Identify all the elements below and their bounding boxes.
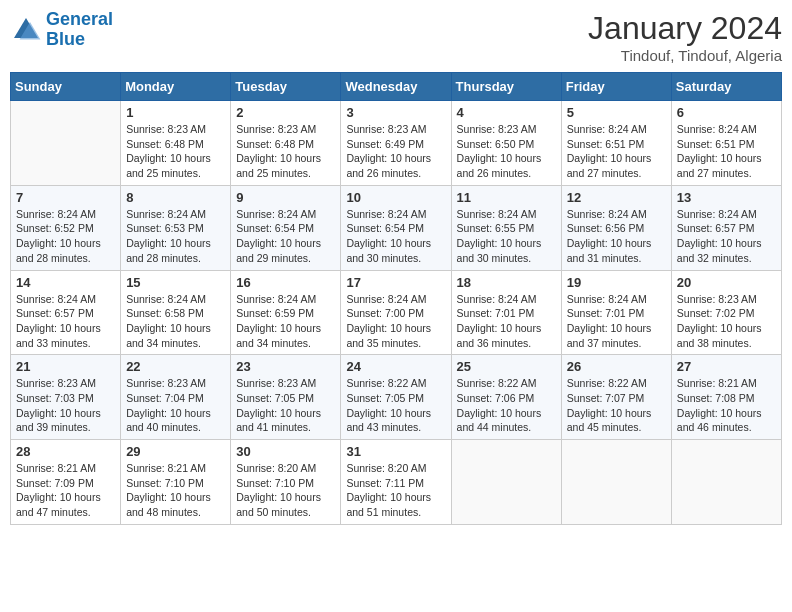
day-number: 2 bbox=[236, 105, 335, 120]
day-number: 12 bbox=[567, 190, 666, 205]
day-info: Sunrise: 8:24 AMSunset: 6:53 PMDaylight:… bbox=[126, 207, 225, 266]
day-info: Sunrise: 8:22 AMSunset: 7:06 PMDaylight:… bbox=[457, 376, 556, 435]
day-info: Sunrise: 8:24 AMSunset: 6:51 PMDaylight:… bbox=[567, 122, 666, 181]
calendar-cell: 2Sunrise: 8:23 AMSunset: 6:48 PMDaylight… bbox=[231, 101, 341, 186]
calendar-cell: 26Sunrise: 8:22 AMSunset: 7:07 PMDayligh… bbox=[561, 355, 671, 440]
day-info: Sunrise: 8:24 AMSunset: 6:59 PMDaylight:… bbox=[236, 292, 335, 351]
day-number: 24 bbox=[346, 359, 445, 374]
day-number: 6 bbox=[677, 105, 776, 120]
title-block: January 2024 Tindouf, Tindouf, Algeria bbox=[588, 10, 782, 64]
day-number: 29 bbox=[126, 444, 225, 459]
calendar-cell: 18Sunrise: 8:24 AMSunset: 7:01 PMDayligh… bbox=[451, 270, 561, 355]
calendar-cell: 6Sunrise: 8:24 AMSunset: 6:51 PMDaylight… bbox=[671, 101, 781, 186]
calendar-subtitle: Tindouf, Tindouf, Algeria bbox=[588, 47, 782, 64]
calendar-week-row: 14Sunrise: 8:24 AMSunset: 6:57 PMDayligh… bbox=[11, 270, 782, 355]
calendar-cell: 9Sunrise: 8:24 AMSunset: 6:54 PMDaylight… bbox=[231, 185, 341, 270]
calendar-cell bbox=[561, 440, 671, 525]
calendar-cell bbox=[671, 440, 781, 525]
calendar-cell: 16Sunrise: 8:24 AMSunset: 6:59 PMDayligh… bbox=[231, 270, 341, 355]
weekday-header-row: SundayMondayTuesdayWednesdayThursdayFrid… bbox=[11, 73, 782, 101]
logo-icon bbox=[10, 14, 42, 46]
day-info: Sunrise: 8:22 AMSunset: 7:05 PMDaylight:… bbox=[346, 376, 445, 435]
calendar-week-row: 28Sunrise: 8:21 AMSunset: 7:09 PMDayligh… bbox=[11, 440, 782, 525]
day-number: 18 bbox=[457, 275, 556, 290]
day-number: 1 bbox=[126, 105, 225, 120]
calendar-cell bbox=[11, 101, 121, 186]
day-number: 3 bbox=[346, 105, 445, 120]
calendar-cell: 11Sunrise: 8:24 AMSunset: 6:55 PMDayligh… bbox=[451, 185, 561, 270]
day-info: Sunrise: 8:23 AMSunset: 7:04 PMDaylight:… bbox=[126, 376, 225, 435]
calendar-cell: 31Sunrise: 8:20 AMSunset: 7:11 PMDayligh… bbox=[341, 440, 451, 525]
day-number: 14 bbox=[16, 275, 115, 290]
calendar-cell: 3Sunrise: 8:23 AMSunset: 6:49 PMDaylight… bbox=[341, 101, 451, 186]
day-info: Sunrise: 8:21 AMSunset: 7:08 PMDaylight:… bbox=[677, 376, 776, 435]
day-info: Sunrise: 8:24 AMSunset: 7:01 PMDaylight:… bbox=[457, 292, 556, 351]
day-number: 16 bbox=[236, 275, 335, 290]
calendar-cell: 17Sunrise: 8:24 AMSunset: 7:00 PMDayligh… bbox=[341, 270, 451, 355]
calendar-cell: 15Sunrise: 8:24 AMSunset: 6:58 PMDayligh… bbox=[121, 270, 231, 355]
day-info: Sunrise: 8:24 AMSunset: 6:55 PMDaylight:… bbox=[457, 207, 556, 266]
calendar-week-row: 1Sunrise: 8:23 AMSunset: 6:48 PMDaylight… bbox=[11, 101, 782, 186]
logo: General Blue bbox=[10, 10, 113, 50]
calendar-cell: 27Sunrise: 8:21 AMSunset: 7:08 PMDayligh… bbox=[671, 355, 781, 440]
day-number: 27 bbox=[677, 359, 776, 374]
calendar-cell: 21Sunrise: 8:23 AMSunset: 7:03 PMDayligh… bbox=[11, 355, 121, 440]
day-info: Sunrise: 8:21 AMSunset: 7:09 PMDaylight:… bbox=[16, 461, 115, 520]
calendar-cell: 25Sunrise: 8:22 AMSunset: 7:06 PMDayligh… bbox=[451, 355, 561, 440]
day-number: 28 bbox=[16, 444, 115, 459]
day-info: Sunrise: 8:24 AMSunset: 6:58 PMDaylight:… bbox=[126, 292, 225, 351]
day-info: Sunrise: 8:23 AMSunset: 6:49 PMDaylight:… bbox=[346, 122, 445, 181]
calendar-week-row: 21Sunrise: 8:23 AMSunset: 7:03 PMDayligh… bbox=[11, 355, 782, 440]
day-info: Sunrise: 8:20 AMSunset: 7:11 PMDaylight:… bbox=[346, 461, 445, 520]
day-number: 22 bbox=[126, 359, 225, 374]
day-number: 20 bbox=[677, 275, 776, 290]
day-info: Sunrise: 8:21 AMSunset: 7:10 PMDaylight:… bbox=[126, 461, 225, 520]
day-info: Sunrise: 8:23 AMSunset: 6:48 PMDaylight:… bbox=[126, 122, 225, 181]
weekday-header-friday: Friday bbox=[561, 73, 671, 101]
page-header: General Blue January 2024 Tindouf, Tindo… bbox=[10, 10, 782, 64]
calendar-cell bbox=[451, 440, 561, 525]
day-number: 8 bbox=[126, 190, 225, 205]
day-number: 26 bbox=[567, 359, 666, 374]
calendar-cell: 4Sunrise: 8:23 AMSunset: 6:50 PMDaylight… bbox=[451, 101, 561, 186]
calendar-cell: 23Sunrise: 8:23 AMSunset: 7:05 PMDayligh… bbox=[231, 355, 341, 440]
day-info: Sunrise: 8:23 AMSunset: 7:05 PMDaylight:… bbox=[236, 376, 335, 435]
calendar-cell: 5Sunrise: 8:24 AMSunset: 6:51 PMDaylight… bbox=[561, 101, 671, 186]
calendar-week-row: 7Sunrise: 8:24 AMSunset: 6:52 PMDaylight… bbox=[11, 185, 782, 270]
day-info: Sunrise: 8:23 AMSunset: 6:50 PMDaylight:… bbox=[457, 122, 556, 181]
calendar-cell: 24Sunrise: 8:22 AMSunset: 7:05 PMDayligh… bbox=[341, 355, 451, 440]
day-number: 23 bbox=[236, 359, 335, 374]
calendar-cell: 20Sunrise: 8:23 AMSunset: 7:02 PMDayligh… bbox=[671, 270, 781, 355]
day-number: 13 bbox=[677, 190, 776, 205]
calendar-cell: 14Sunrise: 8:24 AMSunset: 6:57 PMDayligh… bbox=[11, 270, 121, 355]
day-number: 15 bbox=[126, 275, 225, 290]
day-number: 4 bbox=[457, 105, 556, 120]
day-info: Sunrise: 8:23 AMSunset: 7:02 PMDaylight:… bbox=[677, 292, 776, 351]
day-number: 30 bbox=[236, 444, 335, 459]
day-number: 31 bbox=[346, 444, 445, 459]
day-info: Sunrise: 8:24 AMSunset: 6:57 PMDaylight:… bbox=[16, 292, 115, 351]
day-info: Sunrise: 8:24 AMSunset: 6:56 PMDaylight:… bbox=[567, 207, 666, 266]
day-info: Sunrise: 8:24 AMSunset: 6:54 PMDaylight:… bbox=[236, 207, 335, 266]
day-info: Sunrise: 8:23 AMSunset: 7:03 PMDaylight:… bbox=[16, 376, 115, 435]
weekday-header-saturday: Saturday bbox=[671, 73, 781, 101]
day-number: 21 bbox=[16, 359, 115, 374]
calendar-cell: 7Sunrise: 8:24 AMSunset: 6:52 PMDaylight… bbox=[11, 185, 121, 270]
day-info: Sunrise: 8:24 AMSunset: 7:01 PMDaylight:… bbox=[567, 292, 666, 351]
day-info: Sunrise: 8:24 AMSunset: 6:57 PMDaylight:… bbox=[677, 207, 776, 266]
calendar-title: January 2024 bbox=[588, 10, 782, 47]
calendar-cell: 28Sunrise: 8:21 AMSunset: 7:09 PMDayligh… bbox=[11, 440, 121, 525]
day-info: Sunrise: 8:20 AMSunset: 7:10 PMDaylight:… bbox=[236, 461, 335, 520]
day-info: Sunrise: 8:24 AMSunset: 7:00 PMDaylight:… bbox=[346, 292, 445, 351]
day-number: 9 bbox=[236, 190, 335, 205]
calendar-cell: 10Sunrise: 8:24 AMSunset: 6:54 PMDayligh… bbox=[341, 185, 451, 270]
day-number: 10 bbox=[346, 190, 445, 205]
day-number: 5 bbox=[567, 105, 666, 120]
weekday-header-monday: Monday bbox=[121, 73, 231, 101]
logo-text-line2: Blue bbox=[46, 30, 113, 50]
weekday-header-thursday: Thursday bbox=[451, 73, 561, 101]
day-info: Sunrise: 8:24 AMSunset: 6:51 PMDaylight:… bbox=[677, 122, 776, 181]
calendar-cell: 12Sunrise: 8:24 AMSunset: 6:56 PMDayligh… bbox=[561, 185, 671, 270]
logo-text-line1: General bbox=[46, 10, 113, 30]
calendar-cell: 30Sunrise: 8:20 AMSunset: 7:10 PMDayligh… bbox=[231, 440, 341, 525]
